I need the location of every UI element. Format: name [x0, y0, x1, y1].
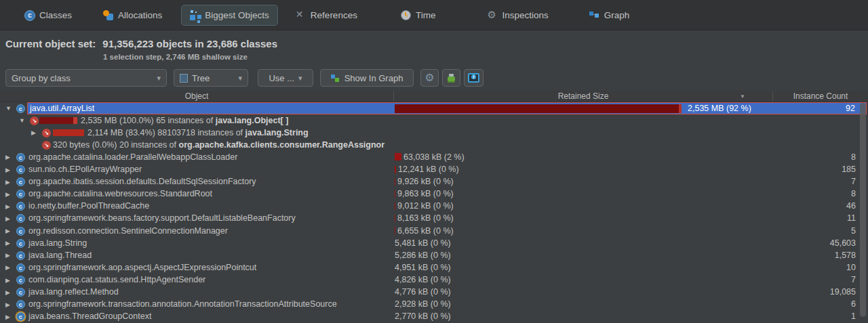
tab-allocations[interactable]: Allocations [103, 10, 162, 20]
class-name: java.beans.ThreadGroupContext [28, 311, 151, 321]
retained-size-value: 9,926 kB (0 %) [397, 177, 454, 186]
expander-closed-icon[interactable]: ▶ [5, 240, 12, 246]
tab-biggest-objects[interactable]: Biggest Objects [181, 5, 278, 26]
expander-closed-icon[interactable]: ▶ [5, 301, 12, 308]
expander-closed-icon[interactable]: ▶ [5, 215, 12, 222]
tab-time[interactable]: Time [401, 10, 436, 20]
expander-closed-icon[interactable]: ▶ [5, 289, 12, 296]
allocations-icon [103, 10, 113, 20]
tree-child-row[interactable]: ▶ ↘ 2,114 MB (83.4%) 88103718 instances … [0, 127, 868, 139]
inspections-icon [487, 10, 497, 20]
class-icon: c [16, 104, 25, 113]
table-row[interactable]: ▶ c com.dianping.cat.status.send.HttpAge… [0, 274, 868, 286]
expander-closed-icon[interactable]: ▶ [5, 154, 12, 160]
expander-icon[interactable]: ▶ [31, 129, 38, 136]
show-in-graph-button[interactable]: Show In Graph [320, 69, 414, 87]
instance-count-value: 7 [851, 275, 856, 284]
class-icon: c [16, 263, 25, 272]
instance-count-value: 11 [847, 213, 856, 223]
tab-graph[interactable]: Graph [589, 10, 630, 20]
table-row[interactable]: ▶ c org.springframework.transaction.anno… [0, 299, 868, 311]
current-object-set-summary: Current object set:91,356,223 objects in… [0, 30, 868, 67]
tab-references[interactable]: References [296, 10, 357, 20]
view-mode-dropdown[interactable]: Tree ▾ [174, 69, 248, 87]
table-row[interactable]: ▶ c java.lang.reflect.Method 4,776 kB (0… [0, 286, 868, 299]
expander-closed-icon[interactable]: ▶ [5, 314, 12, 320]
retained-size-value: 2,770 kB (0 %) [395, 311, 451, 321]
class-icon: c [16, 214, 25, 223]
retained-size-bar [39, 117, 77, 124]
retained-size-value: 5,481 kB (0 %) [395, 238, 451, 248]
expander-closed-icon[interactable]: ▶ [5, 167, 12, 173]
expander-closed-icon[interactable]: ▶ [5, 203, 12, 210]
instance-count-value: 1 [851, 311, 856, 321]
class-name: sun.nio.ch.EPollArrayWrapper [28, 165, 142, 174]
class-name: io.netty.buffer.PoolThreadCache [28, 201, 149, 211]
table-row[interactable]: ▶ c java.beans.ThreadGroupContext 2,770 … [0, 311, 868, 323]
column-header-object[interactable]: Object [0, 91, 393, 101]
table-row[interactable]: ▶ c org.springframework.beans.factory.su… [0, 213, 868, 225]
instance-count-value: 5 [851, 226, 856, 236]
expander-open-icon[interactable]: ▼ [5, 105, 12, 112]
show-in-graph-icon [331, 74, 340, 83]
tree-child-row[interactable]: ▼ ↘ 2,535 MB (100.0%) 65 instances of ja… [0, 114, 868, 127]
column-header-instance-count[interactable]: Instance Count [773, 91, 868, 101]
group-by-value: Group by class [12, 73, 71, 83]
vertical-scrollbar-thumb[interactable] [860, 103, 866, 317]
class-icon: c [16, 190, 25, 198]
retained-size-value: 2,928 kB (0 %) [395, 299, 451, 309]
expander-icon[interactable]: ▼ [19, 117, 26, 124]
table-row[interactable]: ▶ c org.apache.catalina.loader.ParallelW… [0, 151, 868, 163]
table-row[interactable]: ▶ c io.netty.buffer.PoolThreadCache 9,01… [0, 200, 868, 213]
expander-closed-icon[interactable]: ▶ [5, 264, 12, 271]
class-name: java.lang.String [245, 128, 309, 137]
selection-highlight: java.util.ArrayList 2,535 MB (92 %) 92 [27, 102, 867, 114]
table-row[interactable]: ▶ c org.redisson.connection.SentinelConn… [0, 225, 868, 237]
class-icon: c [16, 177, 25, 186]
column-header-retained-size[interactable]: Retained Size ▼ [393, 91, 773, 101]
retained-size-value: 320 bytes (0.0%) 20 instances of [53, 140, 179, 150]
retained-size-value: 4,776 kB (0 %) [395, 287, 451, 297]
class-name: org.springframework.aop.aspectj.AspectJE… [28, 263, 256, 272]
class-icon: c [16, 227, 25, 236]
expander-closed-icon[interactable]: ▶ [5, 277, 12, 284]
time-icon [401, 10, 411, 20]
gear-ring-icon: ⚙ [425, 72, 434, 83]
tab-inspections[interactable]: Inspections [487, 10, 548, 20]
view-tabbar: Classes Allocations Biggest Objects Refe… [0, 0, 868, 30]
class-icon: c [16, 300, 25, 309]
retained-size-bar [53, 129, 84, 136]
table-row[interactable]: ▶ c org.apache.catalina.webresources.Sta… [0, 188, 868, 200]
retained-size-value: 2,114 MB (83.4%) 88103718 instances of [87, 128, 245, 137]
table-row[interactable]: ▶ c java.lang.Thread 5,286 kB (0 %) 1,57… [0, 249, 868, 261]
expander-closed-icon[interactable]: ▶ [5, 191, 12, 198]
tree-child-row[interactable]: ↘ 320 bytes (0.0%) 20 instances of org.a… [0, 139, 868, 151]
references-icon [296, 10, 306, 20]
instance-count-value: 6 [851, 299, 856, 309]
table-row[interactable]: ▶ c java.lang.String 5,481 kB (0 %) 45,6… [0, 237, 868, 249]
summary-line: Current object set:91,356,223 objects in… [5, 38, 277, 49]
group-by-dropdown[interactable]: Group by class ▾ [5, 69, 167, 87]
class-name: org.springframework.beans.factory.suppor… [28, 213, 296, 223]
heap-info-button[interactable] [464, 69, 484, 87]
tab-classes[interactable]: Classes [24, 10, 72, 20]
table-row[interactable]: ▶ c org.apache.ibatis.session.defaults.D… [0, 176, 868, 188]
table-row[interactable]: ▶ c sun.nio.ch.EPollArrayWrapper 12,241 … [0, 164, 868, 176]
gear-ring-button[interactable]: ⚙ [420, 69, 439, 87]
expander-closed-icon[interactable]: ▶ [5, 228, 12, 234]
retained-size-bar [395, 153, 401, 160]
expander-closed-icon[interactable]: ▶ [5, 252, 12, 259]
table-row[interactable]: ▶ c org.springframework.aop.aspectj.Aspe… [0, 261, 868, 274]
outgoing-reference-icon: ↘ [42, 141, 51, 150]
run-gc-button[interactable] [442, 69, 460, 87]
instance-count-value: 46 [846, 201, 856, 211]
class-name: java.lang.String [28, 238, 87, 248]
view-mode-value: Tree [192, 73, 210, 83]
retained-size-value: 5,286 kB (0 %) [395, 251, 451, 260]
heap-info-icon [468, 73, 479, 83]
class-icon: c [16, 153, 25, 162]
expander-closed-icon[interactable]: ▶ [5, 179, 12, 186]
table-row-selected[interactable]: ▼ c java.util.ArrayList 2,535 MB (92 %) … [0, 102, 868, 114]
use-button[interactable]: Use ... ▾ [258, 69, 313, 87]
instance-count-value: 7 [851, 177, 856, 186]
